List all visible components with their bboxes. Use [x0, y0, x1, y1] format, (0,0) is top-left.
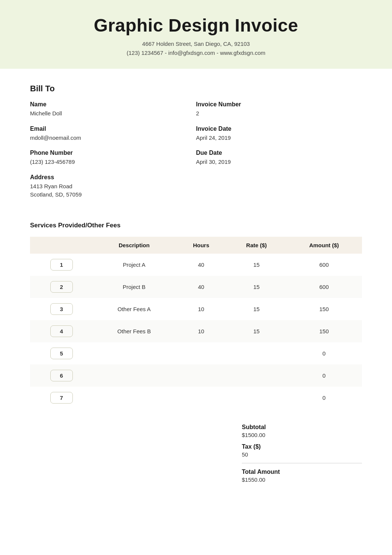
table-header-row: Description Hours Rate ($) Amount ($): [30, 237, 362, 254]
col-header-rate: Rate ($): [227, 237, 286, 254]
row-number: 4: [50, 325, 73, 337]
row-num-cell: 7: [30, 387, 93, 409]
invoice-table: Description Hours Rate ($) Amount ($) 1P…: [30, 237, 362, 409]
row-num-cell: 5: [30, 342, 93, 364]
address-label: Address: [30, 174, 196, 181]
table-row: 4Other Fees B1015150: [30, 320, 362, 342]
bill-to-grid: Name Michelle Doll Email mdoll@noemail.c…: [30, 101, 362, 207]
row-hours: [175, 364, 227, 387]
address-value: 1413 Ryan RoadScotland, SD, 57059: [30, 182, 196, 199]
col-header-num: [30, 237, 93, 254]
invoice-number-label: Invoice Number: [196, 101, 362, 108]
tax-label: Tax ($): [242, 443, 362, 450]
table-row: 1Project A4015600: [30, 254, 362, 276]
invoice-date-value: April 24, 2019: [196, 134, 362, 142]
due-date-label: Due Date: [196, 150, 362, 156]
table-row: 50: [30, 342, 362, 364]
table-row: 60: [30, 364, 362, 387]
row-hours: 40: [175, 276, 227, 298]
email-label: Email: [30, 126, 196, 132]
row-hours: 10: [175, 320, 227, 342]
row-number: 2: [50, 281, 73, 293]
row-description: [93, 387, 175, 409]
bill-to-right: Invoice Number 2 Invoice Date April 24, …: [196, 101, 362, 207]
bill-to-left: Name Michelle Doll Email mdoll@noemail.c…: [30, 101, 196, 207]
total-amount-label: Total Amount: [242, 469, 362, 475]
row-number: 6: [50, 370, 73, 381]
table-row: 2Project B4015600: [30, 276, 362, 298]
row-amount: 150: [286, 320, 362, 342]
phone-value: (123) 123-456789: [30, 158, 196, 166]
header-address-line2: (123) 1234567 - info@gfxdsgn.com - www.g…: [8, 48, 384, 57]
row-description: [93, 364, 175, 387]
row-description: [93, 342, 175, 364]
row-num-cell: 1: [30, 254, 93, 276]
subtotal-row: Subtotal $1500.00: [242, 424, 362, 438]
due-date-block: Due Date April 30, 2019: [196, 150, 362, 166]
row-number: 1: [50, 259, 73, 271]
page-title: Graphic Design Invoice: [8, 15, 384, 36]
invoice-date-label: Invoice Date: [196, 126, 362, 132]
row-num-cell: 4: [30, 320, 93, 342]
row-description: Project A: [93, 254, 175, 276]
client-address-block: Address 1413 Ryan RoadScotland, SD, 5705…: [30, 174, 196, 199]
header: Graphic Design Invoice 4667 Holden Stree…: [0, 0, 392, 69]
row-num-cell: 2: [30, 276, 93, 298]
bill-to-title: Bill To: [30, 84, 362, 94]
row-amount: 0: [286, 387, 362, 409]
total-amount-row: Total Amount $1550.00: [242, 469, 362, 483]
row-description: Project B: [93, 276, 175, 298]
total-amount-value: $1550.00: [242, 476, 362, 483]
client-name-block: Name Michelle Doll: [30, 101, 196, 118]
row-rate: 15: [227, 298, 286, 320]
row-hours: 10: [175, 298, 227, 320]
subtotal-value: $1500.00: [242, 432, 362, 438]
header-address-line1: 4667 Holden Street, San Diego, CA, 92103: [8, 39, 384, 48]
table-row: 3Other Fees A1015150: [30, 298, 362, 320]
name-value: Michelle Doll: [30, 109, 196, 118]
row-rate: [227, 342, 286, 364]
totals-divider: [242, 463, 362, 463]
row-num-cell: 3: [30, 298, 93, 320]
services-section: Services Provided/Other Fees Description…: [30, 222, 362, 409]
row-description: Other Fees B: [93, 320, 175, 342]
row-hours: [175, 387, 227, 409]
col-header-hours: Hours: [175, 237, 227, 254]
row-description: Other Fees A: [93, 298, 175, 320]
row-rate: 15: [227, 276, 286, 298]
row-number: 5: [50, 348, 73, 359]
row-rate: [227, 364, 286, 387]
tax-row: Tax ($) 50: [242, 443, 362, 458]
totals-box: Subtotal $1500.00 Tax ($) 50 Total Amoun…: [242, 424, 362, 488]
row-amount: 0: [286, 364, 362, 387]
table-row: 70: [30, 387, 362, 409]
services-title: Services Provided/Other Fees: [30, 222, 362, 229]
bill-to-section: Bill To Name Michelle Doll Email mdoll@n…: [30, 84, 362, 207]
totals-section: Subtotal $1500.00 Tax ($) 50 Total Amoun…: [30, 424, 362, 488]
phone-label: Phone Number: [30, 150, 196, 156]
row-num-cell: 6: [30, 364, 93, 387]
row-rate: [227, 387, 286, 409]
email-value: mdoll@noemail.com: [30, 134, 196, 142]
row-hours: 40: [175, 254, 227, 276]
row-number: 7: [50, 392, 73, 404]
tax-value: 50: [242, 451, 362, 458]
col-header-amount: Amount ($): [286, 237, 362, 254]
row-number: 3: [50, 303, 73, 315]
name-label: Name: [30, 101, 196, 108]
row-rate: 15: [227, 254, 286, 276]
row-amount: 600: [286, 254, 362, 276]
client-email-block: Email mdoll@noemail.com: [30, 126, 196, 142]
col-header-description: Description: [93, 237, 175, 254]
client-phone-block: Phone Number (123) 123-456789: [30, 150, 196, 166]
row-amount: 150: [286, 298, 362, 320]
row-amount: 0: [286, 342, 362, 364]
invoice-number-block: Invoice Number 2: [196, 101, 362, 118]
invoice-date-block: Invoice Date April 24, 2019: [196, 126, 362, 142]
header-address: 4667 Holden Street, San Diego, CA, 92103…: [8, 39, 384, 57]
subtotal-label: Subtotal: [242, 424, 362, 431]
due-date-value: April 30, 2019: [196, 158, 362, 166]
row-rate: 15: [227, 320, 286, 342]
invoice-number-value: 2: [196, 109, 362, 118]
row-hours: [175, 342, 227, 364]
